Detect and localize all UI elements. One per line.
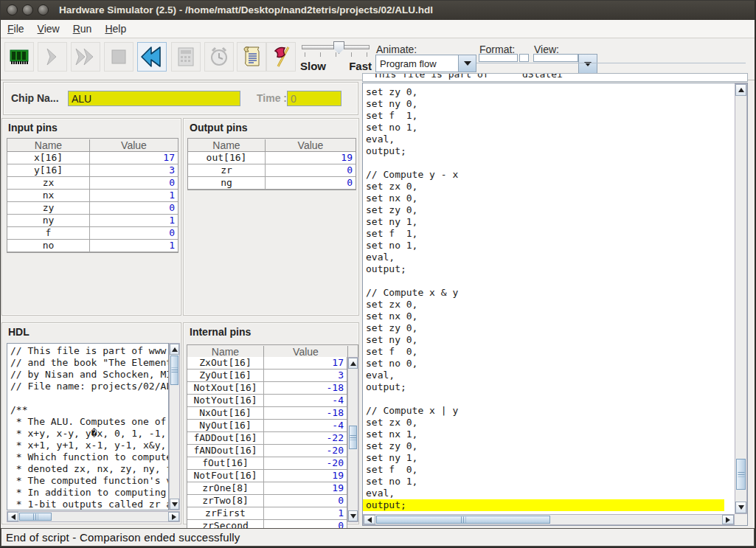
format-combobox[interactable] bbox=[479, 54, 518, 62]
speed-slider[interactable]: Slow Fast bbox=[300, 41, 372, 76]
scroll-up-button[interactable] bbox=[170, 344, 179, 355]
table-row[interactable]: ng0 bbox=[188, 177, 356, 190]
clock-button[interactable] bbox=[204, 42, 234, 72]
stop-button[interactable] bbox=[104, 42, 133, 72]
pin-value[interactable]: 1 bbox=[264, 507, 347, 519]
table-row[interactable]: zr0 bbox=[188, 164, 356, 177]
table-row[interactable]: x[16]17 bbox=[7, 152, 178, 164]
script-line: set zy 0, bbox=[363, 86, 734, 98]
scrollbar-thumb[interactable] bbox=[170, 355, 178, 385]
scroll-up-button[interactable] bbox=[348, 358, 358, 369]
pin-value[interactable]: -20 bbox=[264, 445, 347, 457]
script-code-view[interactable]: set zy 0,set ny 0,set f 1,set no 1,eval,… bbox=[363, 83, 734, 513]
table-row[interactable]: zrFirst1 bbox=[187, 507, 347, 520]
pin-value[interactable]: 1 bbox=[90, 190, 178, 201]
scroll-down-button[interactable] bbox=[735, 502, 746, 513]
internal-pins-vertical-scrollbar[interactable] bbox=[347, 357, 358, 522]
pin-value[interactable]: -20 bbox=[264, 457, 347, 469]
menu-view[interactable]: View bbox=[31, 21, 66, 36]
menu-help[interactable]: Help bbox=[98, 21, 133, 36]
scroll-up-button[interactable] bbox=[735, 84, 746, 96]
pin-value[interactable]: 1 bbox=[90, 240, 178, 252]
pin-value[interactable]: 0 bbox=[90, 227, 178, 239]
table-row[interactable]: NotYout[16]-4 bbox=[187, 395, 347, 407]
scrollbar-thumb[interactable] bbox=[349, 426, 357, 449]
pin-value[interactable]: 17 bbox=[264, 357, 347, 369]
window-maximize-button[interactable] bbox=[38, 4, 49, 15]
script-line: eval, bbox=[363, 370, 734, 381]
table-row[interactable]: NotXout[16]-18 bbox=[187, 382, 347, 395]
table-row[interactable]: NyOut[16]-4 bbox=[187, 420, 347, 432]
pin-value[interactable]: 0 bbox=[90, 202, 178, 214]
table-row[interactable]: ny1 bbox=[7, 215, 178, 227]
single-step-button[interactable] bbox=[38, 42, 67, 72]
menu-file[interactable]: File bbox=[1, 21, 31, 36]
hdl-horizontal-scrollbar[interactable] bbox=[7, 511, 180, 522]
scroll-right-button[interactable] bbox=[168, 512, 179, 521]
table-row[interactable]: fANDout[16]-20 bbox=[187, 445, 347, 457]
scroll-right-button[interactable] bbox=[722, 515, 734, 524]
scroll-left-button[interactable] bbox=[7, 512, 18, 521]
breakpoint-button[interactable] bbox=[266, 42, 296, 72]
table-row[interactable]: zrOne[8]19 bbox=[187, 482, 347, 495]
pin-value[interactable]: 19 bbox=[266, 152, 356, 164]
pin-value[interactable]: -18 bbox=[264, 382, 347, 394]
scroll-left-button[interactable] bbox=[364, 515, 375, 524]
pin-name: zrFirst bbox=[187, 507, 264, 519]
window-minimize-button[interactable] bbox=[22, 4, 33, 15]
pin-value[interactable]: 19 bbox=[264, 470, 347, 482]
animate-combobox[interactable]: Program flow bbox=[375, 55, 476, 72]
pin-value[interactable]: 0 bbox=[266, 177, 356, 189]
table-row[interactable]: zy0 bbox=[7, 202, 178, 215]
calculator-button[interactable] bbox=[171, 42, 201, 72]
load-chip-button[interactable] bbox=[4, 42, 34, 72]
table-row[interactable]: nx1 bbox=[7, 190, 178, 202]
pin-value[interactable]: -4 bbox=[264, 420, 347, 431]
hdl-vertical-scrollbar[interactable] bbox=[169, 343, 180, 510]
table-row[interactable]: ZyOut[16]3 bbox=[187, 370, 347, 382]
table-row[interactable]: ZxOut[16]17 bbox=[187, 357, 347, 370]
table-row[interactable]: NotFout[16]19 bbox=[187, 470, 347, 482]
table-row[interactable]: y[16]3 bbox=[7, 164, 178, 177]
pin-value[interactable]: 1 bbox=[90, 215, 178, 226]
hdl-code-view[interactable]: // This file is part of www.nand// and t… bbox=[7, 343, 169, 510]
chevron-down-icon[interactable] bbox=[458, 55, 476, 72]
table-row[interactable]: NxOut[16]-18 bbox=[187, 407, 347, 420]
table-row[interactable]: fOut[16]-20 bbox=[187, 457, 347, 470]
view-script-button[interactable] bbox=[237, 42, 266, 72]
pin-value[interactable]: 19 bbox=[264, 482, 347, 494]
view-combo-arrow-button[interactable] bbox=[578, 54, 597, 74]
rewind-button[interactable] bbox=[137, 42, 167, 72]
script-horizontal-scrollbar[interactable] bbox=[363, 514, 735, 525]
scrollbar-thumb[interactable] bbox=[376, 516, 550, 524]
pin-value[interactable]: 17 bbox=[90, 152, 178, 164]
format-combo-arrow-fragment[interactable] bbox=[519, 54, 529, 62]
pin-value[interactable]: 3 bbox=[264, 370, 347, 381]
pin-value[interactable]: 0 bbox=[266, 164, 356, 176]
pin-value[interactable]: -22 bbox=[264, 432, 347, 444]
chevron-down-icon[interactable] bbox=[579, 55, 597, 73]
table-row[interactable]: zx0 bbox=[7, 177, 178, 190]
chip-name-field[interactable]: ALU bbox=[68, 91, 240, 106]
table-row[interactable]: zrTwo[8]0 bbox=[187, 495, 347, 507]
view-combobox[interactable] bbox=[533, 54, 578, 62]
script-vertical-scrollbar[interactable] bbox=[735, 83, 747, 514]
scroll-down-button[interactable] bbox=[170, 499, 179, 510]
scroll-down-button[interactable] bbox=[348, 510, 358, 521]
table-row[interactable]: f0 bbox=[7, 227, 178, 240]
window-close-button[interactable] bbox=[7, 4, 18, 15]
run-button[interactable] bbox=[71, 42, 100, 72]
table-row[interactable]: no1 bbox=[7, 240, 178, 252]
pin-value[interactable]: 0 bbox=[90, 177, 178, 189]
table-row[interactable]: out[16]19 bbox=[188, 152, 356, 164]
single-step-icon bbox=[41, 46, 63, 68]
table-row[interactable]: fADDout[16]-22 bbox=[187, 432, 347, 445]
menu-run[interactable]: Run bbox=[66, 21, 99, 36]
pin-value[interactable]: 3 bbox=[90, 164, 178, 176]
script-line bbox=[363, 275, 734, 287]
pin-value[interactable]: -4 bbox=[264, 395, 347, 406]
scrollbar-thumb[interactable] bbox=[19, 513, 52, 521]
pin-value[interactable]: -18 bbox=[264, 407, 347, 419]
pin-value[interactable]: 0 bbox=[264, 495, 347, 507]
scrollbar-thumb[interactable] bbox=[736, 459, 746, 490]
